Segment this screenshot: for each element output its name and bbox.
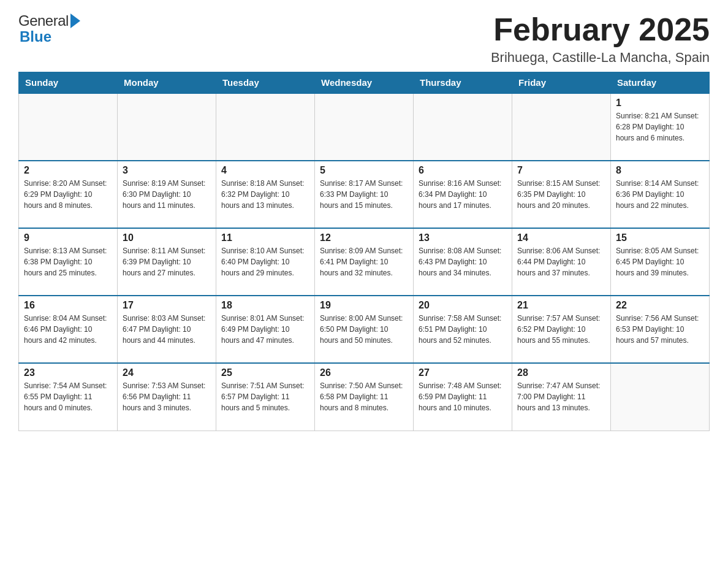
day-number: 23 — [24, 367, 112, 378]
logo-blue-text: Blue — [20, 28, 51, 45]
day-info: Sunrise: 7:58 AM Sunset: 6:51 PM Dayligh… — [419, 313, 507, 346]
day-info: Sunrise: 8:18 AM Sunset: 6:32 PM Dayligh… — [221, 178, 309, 211]
day-info: Sunrise: 7:54 AM Sunset: 6:55 PM Dayligh… — [24, 380, 112, 413]
day-number: 12 — [320, 232, 408, 243]
day-info: Sunrise: 8:08 AM Sunset: 6:43 PM Dayligh… — [419, 245, 507, 278]
calendar-header-sunday: Sunday — [19, 72, 118, 94]
calendar-cell: 4Sunrise: 8:18 AM Sunset: 6:32 PM Daylig… — [216, 161, 315, 228]
calendar-cell: 20Sunrise: 7:58 AM Sunset: 6:51 PM Dayli… — [414, 296, 512, 363]
day-number: 24 — [123, 367, 211, 378]
calendar-cell: 28Sunrise: 7:47 AM Sunset: 7:00 PM Dayli… — [512, 363, 611, 431]
calendar-cell: 16Sunrise: 8:04 AM Sunset: 6:46 PM Dayli… — [19, 296, 118, 363]
logo-general-text: General — [18, 12, 69, 29]
calendar-cell — [19, 93, 118, 161]
month-title: February 2025 — [491, 12, 710, 47]
day-number: 25 — [221, 367, 309, 378]
calendar-header-saturday: Saturday — [611, 72, 710, 94]
day-info: Sunrise: 7:57 AM Sunset: 6:52 PM Dayligh… — [517, 313, 605, 346]
day-number: 2 — [24, 165, 112, 176]
calendar-cell: 10Sunrise: 8:11 AM Sunset: 6:39 PM Dayli… — [118, 228, 216, 296]
calendar-cell: 19Sunrise: 8:00 AM Sunset: 6:50 PM Dayli… — [315, 296, 414, 363]
calendar-cell: 26Sunrise: 7:50 AM Sunset: 6:58 PM Dayli… — [315, 363, 414, 431]
day-info: Sunrise: 7:53 AM Sunset: 6:56 PM Dayligh… — [123, 380, 211, 413]
calendar-cell: 24Sunrise: 7:53 AM Sunset: 6:56 PM Dayli… — [118, 363, 216, 431]
calendar-header-tuesday: Tuesday — [216, 72, 315, 94]
calendar-cell: 1Sunrise: 8:21 AM Sunset: 6:28 PM Daylig… — [611, 93, 710, 161]
day-info: Sunrise: 8:04 AM Sunset: 6:46 PM Dayligh… — [24, 313, 112, 346]
day-info: Sunrise: 8:19 AM Sunset: 6:30 PM Dayligh… — [123, 178, 211, 211]
calendar-cell — [611, 363, 710, 431]
calendar-cell — [414, 93, 512, 161]
day-info: Sunrise: 8:10 AM Sunset: 6:40 PM Dayligh… — [221, 245, 309, 278]
calendar-week-row: 9Sunrise: 8:13 AM Sunset: 6:38 PM Daylig… — [19, 228, 710, 296]
day-number: 10 — [123, 232, 211, 243]
calendar-cell: 22Sunrise: 7:56 AM Sunset: 6:53 PM Dayli… — [611, 296, 710, 363]
calendar-cell: 18Sunrise: 8:01 AM Sunset: 6:49 PM Dayli… — [216, 296, 315, 363]
calendar-cell: 23Sunrise: 7:54 AM Sunset: 6:55 PM Dayli… — [19, 363, 118, 431]
day-info: Sunrise: 8:15 AM Sunset: 6:35 PM Dayligh… — [517, 178, 605, 211]
calendar-cell: 6Sunrise: 8:16 AM Sunset: 6:34 PM Daylig… — [414, 161, 512, 228]
day-info: Sunrise: 8:11 AM Sunset: 6:39 PM Dayligh… — [123, 245, 211, 278]
day-number: 8 — [616, 165, 704, 176]
day-info: Sunrise: 8:06 AM Sunset: 6:44 PM Dayligh… — [517, 245, 605, 278]
day-info: Sunrise: 8:20 AM Sunset: 6:29 PM Dayligh… — [24, 178, 112, 211]
calendar-cell — [216, 93, 315, 161]
calendar-week-row: 2Sunrise: 8:20 AM Sunset: 6:29 PM Daylig… — [19, 161, 710, 228]
calendar-week-row: 16Sunrise: 8:04 AM Sunset: 6:46 PM Dayli… — [19, 296, 710, 363]
calendar-cell: 21Sunrise: 7:57 AM Sunset: 6:52 PM Dayli… — [512, 296, 611, 363]
day-info: Sunrise: 8:05 AM Sunset: 6:45 PM Dayligh… — [616, 245, 704, 278]
day-number: 3 — [123, 165, 211, 176]
day-info: Sunrise: 8:00 AM Sunset: 6:50 PM Dayligh… — [320, 313, 408, 346]
day-number: 9 — [24, 232, 112, 243]
logo: General Blue — [18, 12, 80, 45]
calendar-cell: 2Sunrise: 8:20 AM Sunset: 6:29 PM Daylig… — [19, 161, 118, 228]
calendar-week-row: 1Sunrise: 8:21 AM Sunset: 6:28 PM Daylig… — [19, 93, 710, 161]
day-number: 19 — [320, 300, 408, 311]
title-block: February 2025 Brihuega, Castille-La Manc… — [491, 12, 710, 66]
day-info: Sunrise: 7:51 AM Sunset: 6:57 PM Dayligh… — [221, 380, 309, 413]
day-info: Sunrise: 8:03 AM Sunset: 6:47 PM Dayligh… — [123, 313, 211, 346]
day-info: Sunrise: 7:47 AM Sunset: 7:00 PM Dayligh… — [517, 380, 605, 413]
calendar-cell: 8Sunrise: 8:14 AM Sunset: 6:36 PM Daylig… — [611, 161, 710, 228]
calendar-cell: 13Sunrise: 8:08 AM Sunset: 6:43 PM Dayli… — [414, 228, 512, 296]
calendar-header-monday: Monday — [118, 72, 216, 94]
day-info: Sunrise: 8:21 AM Sunset: 6:28 PM Dayligh… — [616, 110, 704, 144]
day-info: Sunrise: 7:50 AM Sunset: 6:58 PM Dayligh… — [320, 380, 408, 413]
day-info: Sunrise: 7:56 AM Sunset: 6:53 PM Dayligh… — [616, 313, 704, 346]
calendar-cell: 17Sunrise: 8:03 AM Sunset: 6:47 PM Dayli… — [118, 296, 216, 363]
day-number: 21 — [517, 300, 605, 311]
calendar-cell — [315, 93, 414, 161]
calendar-header-friday: Friday — [512, 72, 611, 94]
calendar-cell: 11Sunrise: 8:10 AM Sunset: 6:40 PM Dayli… — [216, 228, 315, 296]
calendar-cell: 25Sunrise: 7:51 AM Sunset: 6:57 PM Dayli… — [216, 363, 315, 431]
day-info: Sunrise: 8:13 AM Sunset: 6:38 PM Dayligh… — [24, 245, 112, 278]
day-number: 26 — [320, 367, 408, 378]
day-number: 20 — [419, 300, 507, 311]
day-number: 15 — [616, 232, 704, 243]
day-number: 28 — [517, 367, 605, 378]
calendar-table: SundayMondayTuesdayWednesdayThursdayFrid… — [18, 72, 710, 431]
location-subtitle: Brihuega, Castille-La Mancha, Spain — [491, 50, 710, 66]
day-number: 7 — [517, 165, 605, 176]
logo-arrow-icon — [70, 13, 80, 28]
day-number: 13 — [419, 232, 507, 243]
calendar-header-wednesday: Wednesday — [315, 72, 414, 94]
day-number: 4 — [221, 165, 309, 176]
calendar-cell — [512, 93, 611, 161]
calendar-cell: 14Sunrise: 8:06 AM Sunset: 6:44 PM Dayli… — [512, 228, 611, 296]
day-info: Sunrise: 8:17 AM Sunset: 6:33 PM Dayligh… — [320, 178, 408, 211]
day-number: 16 — [24, 300, 112, 311]
calendar-cell: 15Sunrise: 8:05 AM Sunset: 6:45 PM Dayli… — [611, 228, 710, 296]
day-number: 27 — [419, 367, 507, 378]
calendar-cell: 3Sunrise: 8:19 AM Sunset: 6:30 PM Daylig… — [118, 161, 216, 228]
calendar-cell: 7Sunrise: 8:15 AM Sunset: 6:35 PM Daylig… — [512, 161, 611, 228]
day-number: 18 — [221, 300, 309, 311]
day-info: Sunrise: 7:48 AM Sunset: 6:59 PM Dayligh… — [419, 380, 507, 413]
calendar-cell: 5Sunrise: 8:17 AM Sunset: 6:33 PM Daylig… — [315, 161, 414, 228]
day-number: 14 — [517, 232, 605, 243]
calendar-cell — [118, 93, 216, 161]
day-number: 5 — [320, 165, 408, 176]
day-number: 11 — [221, 232, 309, 243]
day-number: 22 — [616, 300, 704, 311]
calendar-header-thursday: Thursday — [414, 72, 512, 94]
